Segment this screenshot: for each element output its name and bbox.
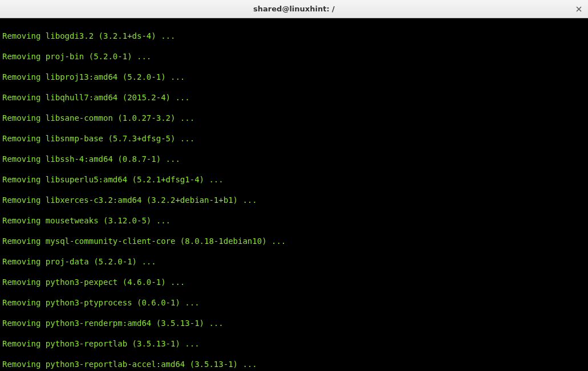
close-button[interactable] [574, 5, 583, 14]
terminal-line: Removing libsane-common (1.0.27-3.2) ... [2, 113, 586, 123]
window-titlebar: shared@linuxhint: / [0, 0, 588, 18]
terminal-line: Removing libproj13:amd64 (5.2.0-1) ... [2, 72, 586, 82]
terminal-line: Removing proj-data (5.2.0-1) ... [2, 256, 586, 267]
terminal-line: Removing libxerces-c3.2:amd64 (3.2.2+deb… [2, 195, 586, 205]
terminal-line: Removing libqhull7:amd64 (2015.2-4) ... [2, 92, 586, 103]
terminal-line: Removing libsuperlu5:amd64 (5.2.1+dfsg1-… [2, 174, 586, 185]
terminal-line: Removing libogdi3.2 (3.2.1+ds-4) ... [2, 31, 586, 41]
terminal-line: Removing python3-reportlab-accel:amd64 (… [2, 359, 586, 369]
terminal-line: Removing python3-renderpm:amd64 (3.5.13-… [2, 318, 586, 328]
terminal-line: Removing proj-bin (5.2.0-1) ... [2, 51, 586, 62]
terminal-line: Removing mousetweaks (3.12.0-5) ... [2, 215, 586, 226]
close-icon [576, 6, 582, 12]
terminal-line: Removing python3-ptyprocess (0.6.0-1) ..… [2, 297, 586, 308]
terminal-line: Removing mysql-community-client-core (8.… [2, 236, 586, 246]
window-title: shared@linuxhint: / [253, 5, 335, 13]
terminal-line: Removing libsnmp-base (5.7.3+dfsg-5) ... [2, 133, 586, 144]
terminal-line: Removing python3-reportlab (3.5.13-1) ..… [2, 339, 586, 349]
terminal-output[interactable]: Removing libogdi3.2 (3.2.1+ds-4) ... Rem… [0, 18, 588, 371]
terminal-line: Removing python3-pexpect (4.6.0-1) ... [2, 277, 586, 287]
terminal-line: Removing libssh-4:amd64 (0.8.7-1) ... [2, 154, 586, 164]
